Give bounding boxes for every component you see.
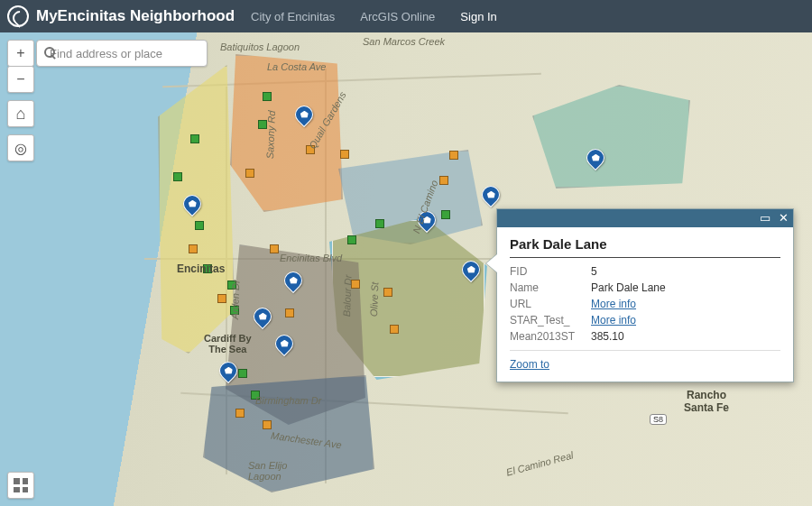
popup-divider <box>510 350 780 351</box>
popup-field-value: Park Dale Lane <box>591 281 666 294</box>
map-label: Batiquitos Lagoon <box>220 41 300 52</box>
route-shield: S8 <box>650 414 667 425</box>
map-label: El Camino Real <box>505 449 575 477</box>
marker-orange[interactable] <box>189 244 198 253</box>
search-input[interactable] <box>50 47 201 60</box>
popup-field-link[interactable]: More info <box>591 314 636 327</box>
marker-orange[interactable] <box>449 151 458 160</box>
popup-header: ▭ ✕ <box>497 209 793 227</box>
popup-field-key: Name <box>510 281 591 294</box>
popup-row: NamePark Dale Lane <box>510 281 780 294</box>
popup-field-value: 385.10 <box>591 330 624 343</box>
marker-orange[interactable] <box>245 169 254 178</box>
district-polygon[interactable] <box>203 375 374 492</box>
popup-field-key: STAR_Test_ <box>510 314 591 327</box>
signin-link[interactable]: Sign In <box>460 10 496 23</box>
zoom-in-button[interactable]: + <box>7 40 34 67</box>
marker-green[interactable] <box>227 281 236 290</box>
marker-green[interactable] <box>263 92 272 101</box>
marker-orange[interactable] <box>383 288 392 297</box>
marker-orange[interactable] <box>285 308 294 317</box>
popup-field-link[interactable]: More info <box>591 298 636 310</box>
popup-maximize-button[interactable]: ▭ <box>759 212 771 225</box>
district-polygon[interactable] <box>230 54 343 212</box>
popup-field-key: URL <box>510 298 591 310</box>
marker-orange[interactable] <box>340 150 349 159</box>
marker-green[interactable] <box>238 369 247 378</box>
marker-green[interactable] <box>230 306 239 315</box>
marker-orange[interactable] <box>351 280 360 289</box>
popup-row: URLMore info <box>510 298 780 310</box>
marker-green[interactable] <box>375 219 384 228</box>
marker-orange[interactable] <box>306 145 315 154</box>
marker-orange[interactable] <box>270 244 279 253</box>
marker-green[interactable] <box>190 134 199 143</box>
popup-row: Mean2013ST385.10 <box>510 330 780 343</box>
popup-field-key: Mean2013ST <box>510 330 591 343</box>
tool-stack: + − ⌂ ◎ <box>7 40 34 161</box>
popup-field-key: FID <box>510 265 591 278</box>
org-link[interactable]: City of Encinitas <box>251 10 335 23</box>
marker-orange[interactable] <box>235 409 245 418</box>
marker-green[interactable] <box>441 210 450 219</box>
marker-green[interactable] <box>347 235 356 244</box>
popup-row: FID5 <box>510 265 780 278</box>
district-polygon[interactable] <box>532 85 690 189</box>
basemap-gallery-button[interactable] <box>7 472 34 499</box>
marker-green[interactable] <box>173 172 182 181</box>
app-header: MyEncinitas Neighborhood City of Encinit… <box>0 0 812 32</box>
zoom-to-link[interactable]: Zoom to <box>510 358 549 371</box>
city-label: Rancho Santa Fe <box>684 389 729 414</box>
search-box[interactable] <box>36 40 208 67</box>
marker-orange[interactable] <box>390 325 399 334</box>
marker-orange[interactable] <box>263 420 272 429</box>
app-logo-icon <box>7 5 29 27</box>
marker-green[interactable] <box>258 120 267 129</box>
marker-green[interactable] <box>195 221 204 230</box>
popup-field-value: 5 <box>591 265 597 278</box>
portal-link[interactable]: ArcGIS Online <box>360 10 435 23</box>
popup-title: Park Dale Lane <box>510 236 780 258</box>
home-button[interactable]: ⌂ <box>7 100 34 127</box>
map-label: San Marcos Creek <box>363 36 445 47</box>
popup-pointer-icon <box>486 254 497 272</box>
marker-orange[interactable] <box>217 294 226 303</box>
popup-body: Park Dale Lane FID5 NamePark Dale Lane U… <box>497 227 793 382</box>
locate-button[interactable]: ◎ <box>7 134 34 161</box>
popup-close-button[interactable]: ✕ <box>777 212 789 225</box>
zoom-out-button[interactable]: − <box>7 66 34 93</box>
feature-popup: ▭ ✕ Park Dale Lane FID5 NamePark Dale La… <box>496 208 794 382</box>
app-title: MyEncinitas Neighborhood <box>36 7 235 25</box>
marker-green[interactable] <box>203 264 212 273</box>
marker-green[interactable] <box>251 391 260 400</box>
map-canvas[interactable]: Batiquitos Lagoon La Costa Ave San Marco… <box>0 32 812 506</box>
school-pin-icon[interactable] <box>478 182 503 207</box>
popup-row: STAR_Test_More info <box>510 314 780 327</box>
marker-orange[interactable] <box>439 176 448 185</box>
